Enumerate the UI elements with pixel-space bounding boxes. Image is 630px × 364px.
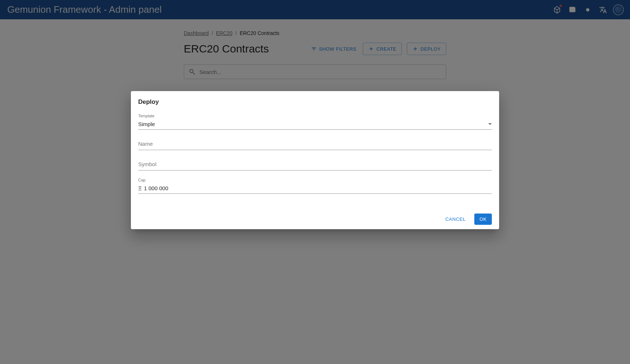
ok-button[interactable]: OK [474, 214, 492, 225]
modal-scrim[interactable]: Deploy Template Simple Name Symbol Cap Ξ… [0, 0, 630, 364]
cancel-button[interactable]: CANCEL [440, 214, 471, 225]
template-field[interactable]: Template Simple [138, 114, 492, 130]
cap-field[interactable]: Cap Ξ 1 000 000 [138, 178, 492, 194]
symbol-field[interactable]: Symbol [138, 157, 492, 171]
chevron-down-icon [488, 123, 492, 125]
symbol-label: Symbol [138, 157, 492, 170]
dialog-title: Deploy [138, 98, 492, 114]
cap-value: 1 000 000 [144, 185, 168, 191]
template-value: Simple [138, 121, 155, 127]
cap-label: Cap [138, 178, 145, 182]
dialog-actions: CANCEL OK [138, 201, 492, 225]
template-label: Template [138, 114, 155, 118]
name-label: Name [138, 137, 492, 150]
cap-prefix: Ξ [138, 185, 142, 191]
name-field[interactable]: Name [138, 137, 492, 150]
deploy-dialog: Deploy Template Simple Name Symbol Cap Ξ… [131, 91, 499, 229]
